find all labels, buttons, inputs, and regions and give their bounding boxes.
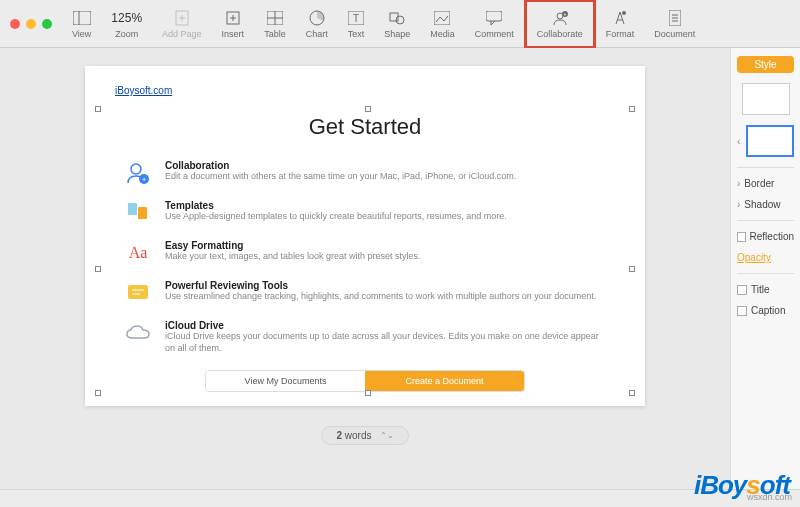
document-button[interactable]: Document xyxy=(644,2,705,46)
comment-icon xyxy=(486,9,502,27)
feature-desc: Use Apple-designed templates to quickly … xyxy=(165,211,605,223)
caption-checkbox[interactable] xyxy=(737,306,747,316)
svg-rect-29 xyxy=(128,203,137,215)
word-count-label: words xyxy=(342,430,371,441)
main-area: iBoysoft.com Get Started + Collaboration… xyxy=(0,48,800,489)
chart-button[interactable]: Chart xyxy=(296,2,338,46)
text-button[interactable]: T Text xyxy=(338,2,375,46)
svg-rect-16 xyxy=(434,11,450,25)
add-page-button: Add Page xyxy=(152,2,212,46)
feature-row: Powerful Reviewing Tools Use streamlined… xyxy=(115,280,615,306)
reflection-checkbox[interactable] xyxy=(737,232,746,242)
collaboration-icon: + xyxy=(125,160,151,186)
add-page-label: Add Page xyxy=(162,29,202,39)
svg-text:T: T xyxy=(353,13,359,24)
zoom-button[interactable]: 125% Zoom xyxy=(101,2,152,46)
chart-icon xyxy=(309,9,325,27)
selection-handle[interactable] xyxy=(95,106,101,112)
view-documents-button[interactable]: View My Documents xyxy=(206,371,365,391)
collaborate-button[interactable]: + Collaborate xyxy=(527,2,593,46)
selection-handle[interactable] xyxy=(365,106,371,112)
table-label: Table xyxy=(264,29,286,39)
feature-title: Powerful Reviewing Tools xyxy=(165,280,605,291)
feature-title: iCloud Drive xyxy=(165,320,605,331)
style-thumbnail[interactable] xyxy=(742,83,790,115)
text-icon: T xyxy=(348,9,364,27)
selection-handle[interactable] xyxy=(629,390,635,396)
view-icon xyxy=(73,9,91,27)
shape-button[interactable]: Shape xyxy=(374,2,420,46)
inspector-sidebar: Style ‹ ›Border ›Shadow Reflection Opaci… xyxy=(730,48,800,489)
format-icon xyxy=(613,9,627,27)
media-label: Media xyxy=(430,29,455,39)
selection-handle[interactable] xyxy=(95,390,101,396)
header-link[interactable]: iBoysoft.com xyxy=(115,85,172,96)
collaborate-icon: + xyxy=(551,9,569,27)
svg-rect-0 xyxy=(73,11,91,25)
caption-option[interactable]: Caption xyxy=(737,305,794,316)
feature-row: Aa Easy Formatting Make your text, image… xyxy=(115,240,615,266)
document-label: Document xyxy=(654,29,695,39)
selection-handle[interactable] xyxy=(95,266,101,272)
create-document-button[interactable]: Create a Document xyxy=(365,371,524,391)
table-button[interactable]: Table xyxy=(254,2,296,46)
style-tab[interactable]: Style xyxy=(737,56,794,73)
page-heading: Get Started xyxy=(115,114,615,140)
formatting-icon: Aa xyxy=(125,240,151,266)
feature-row: iCloud Drive iCloud Drive keeps your doc… xyxy=(115,320,615,354)
feature-row: Templates Use Apple-designed templates t… xyxy=(115,200,615,226)
svg-rect-30 xyxy=(138,207,147,219)
window-controls xyxy=(10,19,52,29)
svg-rect-31 xyxy=(128,285,148,299)
format-button[interactable]: Format xyxy=(596,2,645,46)
style-thumbnail-selected[interactable] xyxy=(746,125,794,157)
comment-button[interactable]: Comment xyxy=(465,2,524,46)
svg-text:+: + xyxy=(563,11,566,17)
text-label: Text xyxy=(348,29,365,39)
reviewing-icon xyxy=(125,280,151,306)
shape-icon xyxy=(389,9,405,27)
templates-icon xyxy=(125,200,151,226)
document-canvas[interactable]: iBoysoft.com Get Started + Collaboration… xyxy=(0,48,730,489)
svg-point-21 xyxy=(622,11,626,15)
insert-label: Insert xyxy=(222,29,245,39)
minimize-window-button[interactable] xyxy=(26,19,36,29)
word-count-pill[interactable]: 2 words ⌃⌄ xyxy=(321,426,408,445)
document-icon xyxy=(669,9,681,27)
svg-rect-17 xyxy=(486,11,502,21)
title-option[interactable]: Title xyxy=(737,284,794,295)
feature-title: Easy Formatting xyxy=(165,240,605,251)
fullscreen-window-button[interactable] xyxy=(42,19,52,29)
title-checkbox[interactable] xyxy=(737,285,747,295)
close-window-button[interactable] xyxy=(10,19,20,29)
svg-point-15 xyxy=(396,16,404,24)
opacity-label: Opacity xyxy=(737,252,794,263)
border-option[interactable]: ›Border xyxy=(737,178,794,189)
chevron-right-icon: › xyxy=(737,178,740,189)
feature-desc: Edit a document with others at the same … xyxy=(165,171,605,183)
svg-text:+: + xyxy=(142,175,147,184)
view-button[interactable]: View xyxy=(62,2,101,46)
media-button[interactable]: Media xyxy=(420,2,465,46)
chart-label: Chart xyxy=(306,29,328,39)
selection-handle[interactable] xyxy=(629,266,635,272)
document-page[interactable]: iBoysoft.com Get Started + Collaboration… xyxy=(85,66,645,406)
insert-icon xyxy=(225,9,241,27)
chevron-right-icon: › xyxy=(737,199,740,210)
toolbar: View 125% Zoom Add Page Insert Table Cha… xyxy=(0,0,800,48)
button-row: View My Documents Create a Document xyxy=(205,370,525,392)
selection-handle[interactable] xyxy=(629,106,635,112)
shadow-option[interactable]: ›Shadow xyxy=(737,199,794,210)
zoom-value: 125% xyxy=(111,9,142,27)
collaborate-label: Collaborate xyxy=(537,29,583,39)
shape-label: Shape xyxy=(384,29,410,39)
view-label: View xyxy=(72,29,91,39)
reflection-option[interactable]: Reflection xyxy=(737,231,794,242)
feature-desc: Make your text, images, and tables look … xyxy=(165,251,605,263)
selection-handle[interactable] xyxy=(365,390,371,396)
chevron-left-icon[interactable]: ‹ xyxy=(737,136,740,147)
media-icon xyxy=(434,9,450,27)
insert-button[interactable]: Insert xyxy=(212,2,255,46)
format-label: Format xyxy=(606,29,635,39)
feature-row: + Collaboration Edit a document with oth… xyxy=(115,160,615,186)
